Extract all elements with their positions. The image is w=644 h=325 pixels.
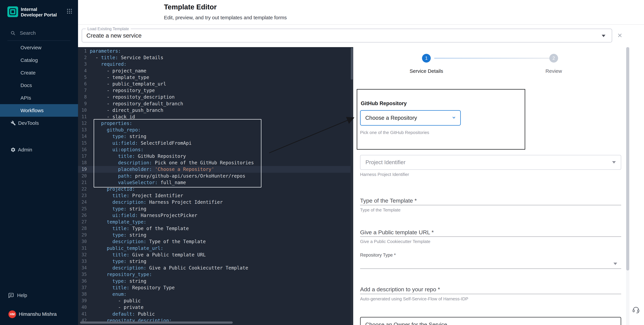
owner-select[interactable]: Choose an Owner for the Service (360, 317, 621, 325)
code-line: 22 projectId: (78, 186, 350, 192)
template-type-input[interactable] (360, 205, 621, 205)
code-line: 31 public_template_url: (78, 245, 350, 252)
code-line: 41 default: Public (78, 311, 350, 317)
line-number: 3 (78, 61, 87, 67)
chevron-down-icon (451, 115, 456, 121)
editor-vertical-scrollbar[interactable] (350, 47, 353, 325)
line-number: 17 (78, 153, 87, 159)
code-line: 20 path: proxy/github-api/users/OrkoHunt… (78, 173, 350, 179)
line-number: 25 (78, 206, 87, 212)
code-line: 8 - repositoty_description (78, 94, 350, 100)
code-line: 12 properties: (78, 120, 350, 127)
load-template-value: Create a new service (86, 32, 142, 39)
line-code: ui:options: (87, 146, 144, 153)
line-code: projectId: (87, 186, 135, 192)
page-subtitle: Edit, preview, and try out templates and… (164, 15, 287, 20)
code-line: 19 placeholder: 'Choose a Repository' (78, 166, 350, 173)
editor-vertical-scrollbar-thumb[interactable] (351, 48, 353, 80)
close-icon[interactable] (617, 32, 623, 39)
sidebar-item-overview[interactable]: Overview (0, 41, 78, 54)
project-identifier-select[interactable]: Project Identifier (360, 155, 621, 170)
sidebar-item-admin[interactable]: Admin (0, 143, 78, 156)
line-code: - repository_default_branch (87, 100, 183, 107)
sidebar-item-create[interactable]: Create (0, 66, 78, 79)
line-number: 33 (78, 258, 87, 265)
code-line: 11 - slack_id (78, 113, 350, 120)
line-code: title: Type of the Template (87, 225, 189, 232)
code-line: 21 valueSelector: full_name (78, 179, 350, 186)
code-line: 1parameters: (78, 48, 350, 54)
line-number: 11 (78, 113, 87, 120)
line-code: type: string (87, 206, 146, 212)
page-scrollbar-thumb[interactable] (626, 47, 629, 271)
load-template-select[interactable]: Load Existing Template Create a new serv… (82, 29, 612, 42)
public-template-url-field: Give a Public template URL * Give a Publ… (360, 229, 621, 248)
code-line: 38 enum: (78, 291, 350, 298)
line-code: github_repo: (87, 127, 140, 133)
editor-horizontal-scrollbar-thumb[interactable] (80, 322, 233, 324)
line-code: description: Harness Project Identifier (87, 199, 223, 205)
sidebar-item-label: Create (20, 70, 36, 76)
step-2-label: Review (524, 68, 584, 74)
line-number: 36 (78, 278, 87, 285)
code-line: 16 ui:options: (78, 146, 350, 153)
repo-description-label: Add a description to your repo * (360, 286, 440, 293)
line-number: 20 (78, 173, 87, 179)
headset-icon[interactable] (632, 306, 640, 314)
sidebar-item-workflows[interactable]: Workflows (0, 104, 78, 117)
step-1-indicator[interactable]: 1 (422, 54, 431, 62)
sidebar-item-label: Docs (20, 82, 32, 88)
code-line: 15 ui:field: SelectFieldFromApi (78, 140, 350, 146)
template-type-helper: Type of the Template (360, 207, 400, 213)
sidebar-item-catalog[interactable]: Catalog (0, 54, 78, 66)
sidebar-search[interactable]: Search (0, 28, 78, 38)
repo-description-field: Add a description to your repo * Auto-ge… (360, 286, 621, 305)
github-repository-select[interactable]: Choose a Repository (360, 110, 461, 126)
sidebar-item-label: DevTools (18, 120, 39, 126)
repository-type-select[interactable] (360, 269, 621, 269)
step-2-indicator[interactable]: 2 (549, 54, 558, 62)
admin-label: Admin (18, 147, 32, 153)
user-menu[interactable]: HM Himanshu Mishra (0, 308, 78, 321)
repo-description-input[interactable] (360, 294, 621, 294)
line-code: - slack_id (87, 113, 135, 120)
line-number: 13 (78, 127, 87, 133)
line-number: 31 (78, 245, 87, 252)
line-number: 32 (78, 252, 87, 258)
page-scrollbar[interactable] (626, 47, 630, 325)
code-line: 39 - public (78, 298, 350, 304)
code-editor[interactable]: 1parameters:2 - title: Service Details3 … (78, 47, 353, 325)
template-type-field: Type of the Template * Type of the Templ… (360, 197, 621, 216)
line-code: title: Project Identifier (87, 192, 183, 199)
line-number: 28 (78, 225, 87, 232)
code-lines: 1parameters:2 - title: Service Details3 … (78, 47, 350, 325)
line-number: 27 (78, 219, 87, 225)
gear-icon (10, 147, 16, 152)
sidebar-item-devtools[interactable]: DevTools (0, 117, 78, 129)
code-line: 6 - public_template_url (78, 81, 350, 87)
public-template-url-label: Give a Public template URL * (360, 229, 434, 236)
line-code: type: string (87, 133, 146, 140)
page-title: Template Editor (164, 3, 216, 11)
help-button[interactable]: Help (0, 289, 78, 302)
line-number: 14 (78, 133, 87, 140)
sidebar-item-apis[interactable]: APIs (0, 92, 78, 104)
code-line: 4 - project_name (78, 68, 350, 74)
line-code: description: Give a Public Cookiecutter … (87, 265, 248, 271)
public-template-url-input[interactable] (360, 237, 621, 237)
github-repository-helper: Pick one of the GitHub Repositories (360, 130, 429, 135)
line-number: 9 (78, 100, 87, 107)
code-line: 18 description: Pick one of the GitHub R… (78, 159, 350, 166)
public-template-url-helper: Give a Public Cookiecutter Template (360, 239, 430, 244)
owner-placeholder: Choose an Owner for the Service (365, 322, 447, 325)
line-code: description: Pick one of the GitHub Repo… (87, 159, 254, 166)
line-code: - public (87, 298, 140, 304)
code-line: 35 repository_type: (78, 271, 350, 278)
line-code: - project_name (87, 68, 146, 74)
line-code: required: (87, 61, 126, 67)
code-line: 36 type: string (78, 278, 350, 285)
apps-grid-icon[interactable] (66, 8, 72, 15)
template-type-label: Type of the Template * (360, 197, 417, 204)
sidebar-item-docs[interactable]: Docs (0, 79, 78, 92)
sidebar-nav: OverviewCatalogCreateDocsAPIsWorkflowsDe… (0, 41, 78, 129)
